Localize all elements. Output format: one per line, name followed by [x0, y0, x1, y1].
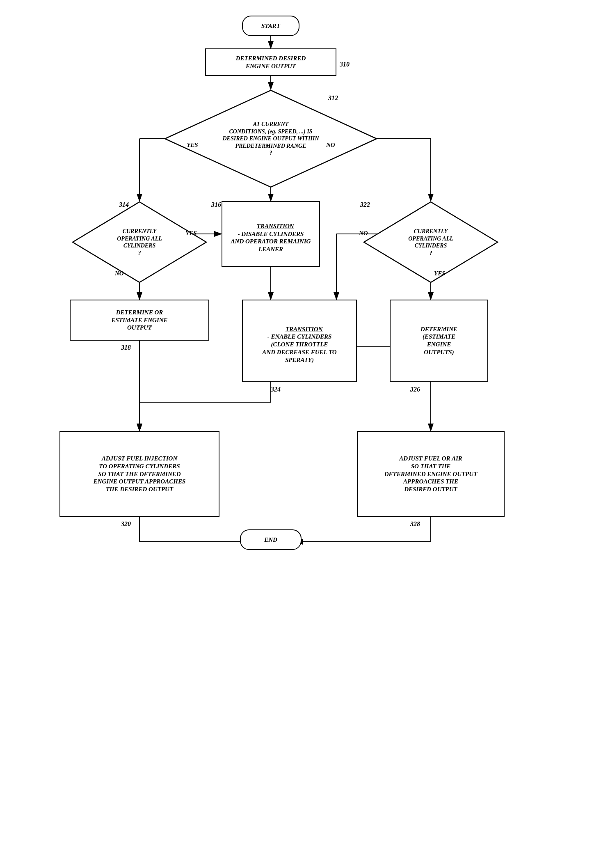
node-310: DETERMINED DESIRED ENGINE OUTPUT	[205, 48, 336, 76]
node-312-label: AT CURRENTCONDITIONS, (eg. SPEED, ...) I…	[222, 121, 319, 156]
node-320: ADJUST FUEL INJECTION TO OPERATING CYLIN…	[59, 431, 219, 517]
yes-label-322-bottom: YES	[434, 270, 446, 277]
node-312: AT CURRENTCONDITIONS, (eg. SPEED, ...) I…	[164, 89, 377, 188]
node-322-label: CURRENTLYOPERATING ALLCYLINDERS?	[408, 228, 453, 256]
end-node: END	[240, 529, 302, 550]
ref-320: 320	[121, 520, 131, 528]
start-node: START	[242, 16, 299, 36]
no-label-314-bottom: NO	[115, 270, 124, 277]
ref-310: 310	[340, 61, 350, 68]
node-310-label: DETERMINED DESIRED ENGINE OUTPUT	[236, 55, 306, 70]
ref-324: 324	[271, 386, 281, 393]
node-322: CURRENTLYOPERATING ALLCYLINDERS?	[363, 201, 498, 283]
start-label: START	[261, 22, 280, 30]
node-328-label: ADJUST FUEL OR AIR SO THAT THE DETERMINE…	[384, 455, 478, 493]
ref-322: 322	[360, 201, 370, 208]
node-324: TRANSITION - ENABLE CYLINDERS (CLONE THR…	[242, 300, 357, 382]
node-318: DETERMINE OR ESTIMATE ENGINE OUTPUT	[70, 300, 209, 341]
ref-328: 328	[410, 520, 420, 528]
no-label-322-left: NO	[359, 230, 368, 237]
end-label: END	[264, 536, 277, 544]
node-314-label: CURRENTLYOPERATING ALLCYLINDERS?	[117, 228, 162, 256]
ref-314: 314	[119, 201, 129, 208]
node-326: DETERMINE (ESTIMATE ENGINE OUTPUTS)	[390, 300, 488, 382]
node-314: CURRENTLYOPERATING ALLCYLINDERS?	[72, 201, 207, 283]
yes-label-312-left: YES	[187, 142, 198, 149]
flowchart: START DETERMINED DESIRED ENGINE OUTPUT 3…	[0, 0, 601, 868]
yes-label-314-right: YES	[185, 230, 197, 237]
node-316-label: TRANSITION - DISABLE CYLINDERS AND OPERA…	[231, 215, 311, 253]
no-label-312-right: NO	[326, 142, 335, 149]
ref-326: 326	[410, 386, 420, 393]
ref-316: 316	[211, 201, 221, 208]
node-326-label: DETERMINE (ESTIMATE ENGINE OUTPUTS)	[420, 325, 457, 356]
node-318-label: DETERMINE OR ESTIMATE ENGINE OUTPUT	[111, 309, 167, 332]
node-320-label: ADJUST FUEL INJECTION TO OPERATING CYLIN…	[94, 455, 185, 493]
node-324-label: TRANSITION - ENABLE CYLINDERS (CLONE THR…	[262, 318, 336, 364]
ref-318: 318	[121, 344, 131, 351]
ref-312: 312	[328, 94, 338, 102]
node-328: ADJUST FUEL OR AIR SO THAT THE DETERMINE…	[357, 431, 505, 517]
node-316: TRANSITION - DISABLE CYLINDERS AND OPERA…	[222, 201, 320, 267]
